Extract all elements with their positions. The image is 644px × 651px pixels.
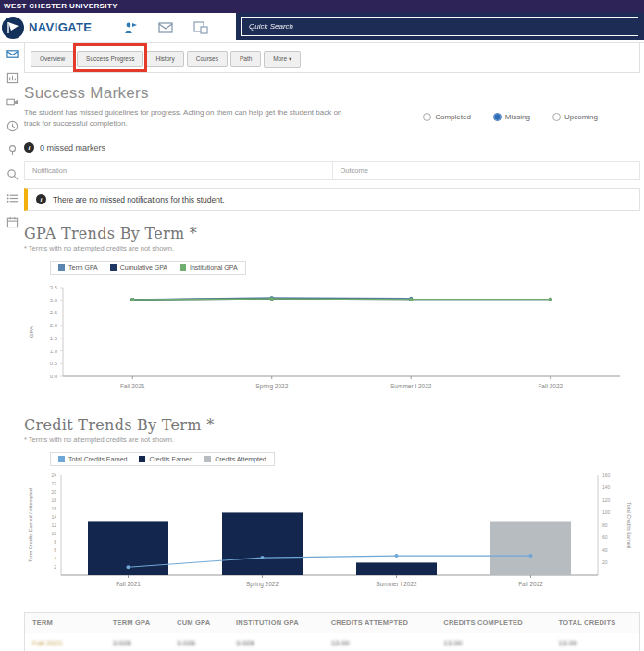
- credit-chart-legend: Total Credits Earned Credits Earned Cred…: [50, 452, 275, 466]
- radio-missing-label: Missing: [505, 113, 530, 121]
- radio-upcoming-label: Upcoming: [564, 113, 598, 121]
- pin-icon[interactable]: [6, 144, 19, 156]
- radio-completed[interactable]: Completed: [423, 113, 471, 121]
- radio-completed-label: Completed: [435, 113, 471, 121]
- svg-text:1.0: 1.0: [50, 349, 58, 354]
- gpa-chart-title: GPA Trends By Term *: [24, 225, 640, 242]
- credit-bar-chart: 2468101214161820222420406080100120140160…: [24, 468, 635, 599]
- university-banner: WEST CHESTER UNIVERSITY: [0, 0, 644, 13]
- svg-text:10: 10: [51, 531, 56, 536]
- reports-icon[interactable]: [6, 72, 19, 84]
- svg-text:60: 60: [602, 534, 608, 540]
- tab-more[interactable]: More ▾: [264, 51, 301, 68]
- svg-text:2: 2: [54, 564, 56, 570]
- svg-text:18: 18: [51, 497, 56, 503]
- col-credits-completed: CREDITS COMPLETED: [436, 613, 551, 633]
- success-markers-description: The student has missed guidelines for pr…: [24, 107, 343, 129]
- markers-table-header: Notification Outcome: [24, 161, 640, 180]
- svg-text:Fall 2021: Fall 2021: [120, 383, 145, 389]
- col-term: TERM: [25, 613, 105, 633]
- tabs-bar: Overview Success Progress History Course…: [24, 43, 640, 73]
- tab-courses[interactable]: Courses: [187, 51, 228, 67]
- radio-upcoming[interactable]: Upcoming: [552, 113, 598, 121]
- cell-institution-gpa: 3.028: [236, 639, 254, 647]
- list-icon[interactable]: [6, 192, 19, 204]
- page-title: Success Markers: [24, 84, 640, 103]
- svg-text:Summer I 2022: Summer I 2022: [376, 581, 417, 587]
- svg-text:Fall 2021: Fall 2021: [116, 581, 141, 587]
- svg-text:0.0: 0.0: [50, 374, 58, 379]
- navigate-logo-icon[interactable]: [1, 16, 25, 40]
- svg-text:0.5: 0.5: [50, 361, 58, 366]
- tab-history[interactable]: History: [146, 51, 183, 67]
- cell-cum-gpa: 3.028: [177, 639, 195, 647]
- video-icon[interactable]: [6, 96, 19, 108]
- svg-text:100: 100: [602, 510, 611, 515]
- term-summary-table: TERM TERM GPA CUM GPA INSTITUTION GPA CR…: [24, 612, 640, 651]
- svg-text:3.5: 3.5: [50, 285, 58, 290]
- svg-text:20: 20: [602, 559, 608, 565]
- radio-missing[interactable]: Missing: [493, 113, 530, 121]
- radio-dot-icon[interactable]: [552, 113, 561, 121]
- legend-label: Credits Earned: [149, 456, 192, 462]
- empty-state-message: There are no missed notifications for th…: [53, 195, 225, 204]
- legend-swatch: [139, 456, 145, 462]
- credit-chart-title: Credit Trends By Term *: [24, 416, 640, 434]
- tab-overview[interactable]: Overview: [31, 51, 74, 67]
- app-header: NAVIGATE: [0, 13, 644, 43]
- tab-success-progress[interactable]: Success Progress: [77, 51, 143, 67]
- svg-text:Summer I 2022: Summer I 2022: [390, 383, 432, 389]
- legend-swatch: [58, 456, 65, 462]
- legend-swatch: [204, 456, 211, 462]
- svg-text:160: 160: [602, 473, 611, 478]
- email-icon[interactable]: [6, 48, 19, 60]
- info-icon: [24, 142, 34, 153]
- main-content: Overview Success Progress History Course…: [24, 43, 640, 651]
- radio-dot-icon[interactable]: [493, 113, 502, 121]
- svg-text:3.0: 3.0: [50, 298, 58, 303]
- cell-total-credits: 13.00: [559, 639, 577, 647]
- svg-text:GPA: GPA: [29, 326, 34, 338]
- svg-text:Spring 2022: Spring 2022: [246, 581, 279, 588]
- legend-label: Term GPA: [68, 264, 98, 271]
- legend-label: Total Credits Earned: [68, 456, 127, 462]
- credit-chart-note: * Terms with no attempted credits are no…: [24, 436, 640, 444]
- dashboard-icon[interactable]: [193, 21, 208, 34]
- legend-label: Institutional GPA: [190, 264, 238, 271]
- col-term-gpa: TERM GPA: [105, 613, 169, 633]
- svg-text:Total Credits Earned: Total Credits Earned: [626, 502, 632, 548]
- table-row: Fall 2021 3.028 3.028 3.028 13.00 13.00 …: [25, 633, 640, 651]
- gpa-chart-legend: Term GPA Cumulative GPA Institutional GP…: [50, 261, 246, 275]
- quick-search-bar: [236, 13, 644, 40]
- svg-text:Spring 2022: Spring 2022: [255, 383, 288, 390]
- legend-swatch: [180, 264, 186, 271]
- info-icon: [36, 194, 46, 204]
- svg-text:Fall 2022: Fall 2022: [538, 383, 563, 389]
- cell-credits-completed: 13.00: [443, 639, 462, 647]
- search-zoom-icon[interactable]: [6, 168, 19, 180]
- calendar-icon[interactable]: [6, 216, 19, 228]
- advisor-icon[interactable]: [123, 21, 138, 34]
- tab-path[interactable]: Path: [230, 51, 261, 67]
- quick-search-input[interactable]: [242, 17, 638, 36]
- svg-text:2.0: 2.0: [50, 323, 58, 328]
- svg-text:80: 80: [602, 522, 608, 528]
- gpa-chart-note: * Terms with no attempted credits are no…: [24, 244, 640, 252]
- svg-text:16: 16: [51, 506, 56, 511]
- email-icon[interactable]: [158, 21, 173, 34]
- legend-swatch: [58, 264, 65, 271]
- svg-text:120: 120: [602, 497, 611, 503]
- svg-text:1.5: 1.5: [50, 336, 58, 341]
- svg-text:24: 24: [51, 473, 56, 478]
- column-outcome: Outcome: [332, 162, 640, 179]
- history-clock-icon[interactable]: [6, 120, 19, 132]
- svg-text:2.5: 2.5: [50, 311, 58, 316]
- svg-text:6: 6: [54, 547, 56, 553]
- term-link[interactable]: Fall 2021: [32, 639, 63, 647]
- brand-name: NAVIGATE: [29, 20, 92, 34]
- col-institution-gpa: INSTITUTION GPA: [229, 613, 324, 633]
- svg-text:22: 22: [51, 481, 56, 486]
- radio-dot-icon[interactable]: [423, 113, 431, 121]
- svg-text:Term Credits Earned / Attempte: Term Credits Earned / Attempted: [28, 488, 33, 562]
- marker-filter-group: Completed Missing Upcoming: [423, 113, 640, 121]
